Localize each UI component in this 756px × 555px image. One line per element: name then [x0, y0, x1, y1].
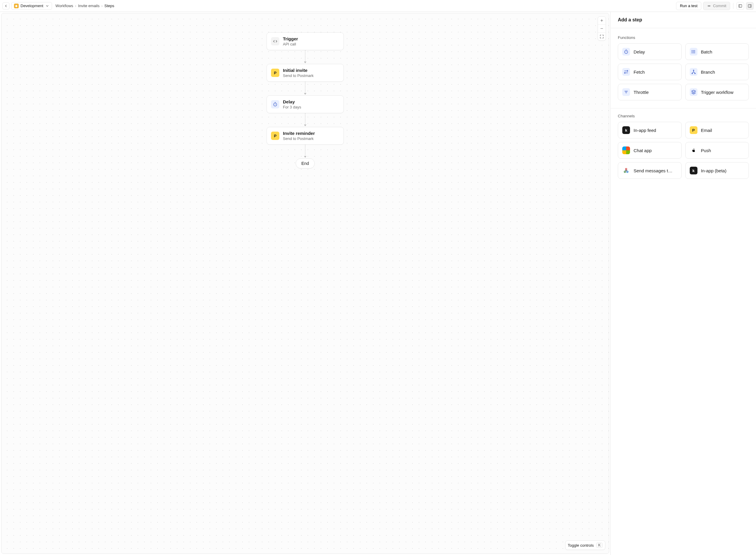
step-throttle[interactable]: Throttle	[618, 84, 682, 100]
plus-icon	[600, 18, 604, 23]
branch-icon	[690, 68, 698, 76]
breadcrumb-workflows[interactable]: Workflows	[55, 4, 73, 8]
channel-label: In-app feed	[634, 128, 656, 133]
node-title: Invite reminder	[283, 131, 315, 136]
toggle-controls[interactable]: Toggle controls K	[565, 541, 605, 550]
apple-icon	[690, 146, 698, 154]
svg-rect-5	[748, 4, 752, 7]
step-label: Branch	[701, 70, 715, 75]
channel-webhook[interactable]: Send messages t…	[618, 162, 682, 179]
node-delay[interactable]: Delay For 3 days	[266, 95, 344, 113]
edge	[305, 145, 305, 158]
step-label: Delay	[634, 49, 645, 54]
channel-email[interactable]: P Email	[685, 122, 749, 138]
workflow-flow: Trigger API call P Initial invite Send t…	[266, 32, 344, 168]
step-fetch[interactable]: Fetch	[618, 63, 682, 80]
step-label: Fetch	[634, 70, 645, 75]
functions-grid: Delay Batch Fetch	[618, 43, 749, 100]
back-button[interactable]	[2, 2, 9, 9]
node-invite-reminder[interactable]: P Invite reminder Send to Postmark	[266, 127, 344, 145]
node-title: Trigger	[283, 36, 298, 41]
step-label: Throttle	[634, 90, 649, 95]
divider	[733, 3, 733, 9]
filter-icon	[622, 88, 630, 96]
node-end[interactable]: End	[296, 158, 315, 168]
stopwatch-icon	[273, 102, 278, 106]
channel-push[interactable]: Push	[685, 142, 749, 159]
expand-icon	[600, 35, 604, 39]
environment-selector[interactable]: ◆ Development	[11, 2, 52, 10]
channel-label: Chat app	[634, 148, 652, 153]
svg-point-19	[692, 50, 692, 50]
postmark-icon: P	[271, 69, 279, 77]
toggle-controls-key: K	[596, 543, 603, 548]
edge	[305, 50, 305, 64]
chevron-down-icon	[45, 4, 49, 8]
list-icon	[690, 48, 698, 55]
slack-icon	[622, 146, 630, 154]
postmark-icon: P	[690, 126, 698, 134]
svg-point-20	[692, 51, 692, 52]
node-initial-invite[interactable]: P Initial invite Send to Postmark	[266, 64, 344, 82]
svg-marker-30	[691, 90, 696, 92]
channel-label: Send messages t…	[634, 168, 672, 173]
right-panel-toggle[interactable]	[746, 2, 754, 10]
section-functions-label: Functions	[618, 35, 749, 40]
step-trigger-workflow[interactable]: Trigger workflow	[685, 84, 749, 100]
section-channels-label: Channels	[618, 114, 749, 118]
breadcrumbs: Workflows › Invite emails › Steps	[55, 4, 115, 8]
api-icon	[273, 39, 277, 43]
toggle-controls-label: Toggle controls	[568, 543, 594, 548]
panel-header: Add a step	[611, 12, 756, 28]
commit-button[interactable]: Commit	[703, 2, 730, 10]
channel-in-app-beta[interactable]: k In-app (beta)	[685, 162, 749, 179]
workflow-canvas[interactable]: Trigger API call P Initial invite Send t…	[1, 13, 609, 554]
channels-grid: k In-app feed P Email Chat app Push	[618, 122, 749, 179]
channel-label: In-app (beta)	[701, 168, 726, 173]
swap-icon	[622, 68, 630, 76]
zoom-controls	[598, 16, 606, 41]
channel-label: Email	[701, 128, 712, 133]
run-test-button[interactable]: Run a test	[676, 2, 701, 10]
left-panel-toggle[interactable]	[737, 2, 744, 10]
svg-point-33	[626, 168, 627, 170]
top-bar: ◆ Development Workflows › Invite emails …	[0, 0, 756, 12]
node-title: Initial invite	[283, 68, 313, 73]
svg-point-24	[693, 70, 694, 71]
step-branch[interactable]: Branch	[685, 63, 749, 80]
breadcrumb-workflow-name[interactable]: Invite emails	[78, 4, 99, 8]
panel-right-icon	[748, 4, 752, 8]
knock-icon: k	[690, 167, 698, 174]
chevron-left-icon	[4, 4, 8, 8]
svg-rect-3	[739, 4, 742, 7]
node-subtitle: Send to Postmark	[283, 136, 315, 141]
layers-icon	[690, 88, 698, 96]
section-divider	[611, 108, 756, 109]
svg-point-0	[708, 5, 710, 6]
channel-in-app-feed[interactable]: k In-app feed	[618, 122, 682, 138]
breadcrumb-current[interactable]: Steps	[104, 4, 114, 8]
breadcrumb-separator: ›	[75, 4, 76, 8]
node-subtitle: Send to Postmark	[283, 73, 313, 78]
channel-chat-app[interactable]: Chat app	[618, 142, 682, 159]
knock-icon: k	[622, 126, 630, 134]
zoom-in-button[interactable]	[598, 17, 605, 25]
svg-point-25	[692, 73, 693, 74]
panel-left-icon	[738, 4, 742, 8]
environment-label: Development	[20, 4, 43, 8]
postmark-icon: P	[271, 132, 279, 140]
node-subtitle: For 3 days	[283, 105, 301, 109]
node-trigger[interactable]: Trigger API call	[266, 32, 344, 50]
webhook-icon	[622, 167, 630, 174]
svg-point-10	[274, 103, 277, 106]
zoom-out-button[interactable]	[598, 25, 605, 32]
panel-title: Add a step	[618, 17, 749, 23]
step-delay[interactable]: Delay	[618, 43, 682, 60]
step-batch[interactable]: Batch	[685, 43, 749, 60]
commit-icon	[707, 4, 711, 8]
edge	[305, 113, 305, 127]
step-label: Batch	[701, 49, 712, 54]
timer-icon	[271, 100, 279, 109]
zoom-fit-button[interactable]	[598, 32, 605, 40]
breadcrumb-separator: ›	[101, 4, 102, 8]
